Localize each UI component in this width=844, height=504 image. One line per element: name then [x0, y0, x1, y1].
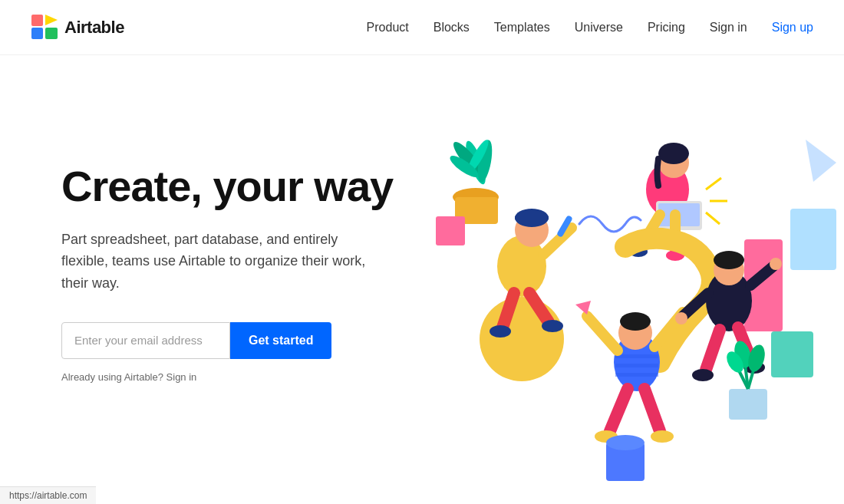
- svg-marker-8: [806, 140, 836, 182]
- svg-point-72: [606, 435, 645, 450]
- svg-point-62: [692, 369, 714, 381]
- nav-signup[interactable]: Sign up: [772, 21, 813, 35]
- svg-point-51: [651, 430, 674, 443]
- nav-product[interactable]: Product: [367, 21, 409, 35]
- svg-point-27: [542, 320, 563, 332]
- signin-prompt: Already using Airtable? Sign in: [61, 371, 414, 383]
- nav-pricing[interactable]: Pricing: [648, 21, 685, 35]
- illustration-svg: [353, 40, 844, 504]
- nav-universe[interactable]: Universe: [575, 21, 623, 35]
- hero-title: Create, your way: [61, 163, 414, 210]
- logo-text: Airtable: [64, 18, 124, 38]
- svg-rect-21: [515, 215, 549, 221]
- logo-icon: [31, 14, 58, 41]
- svg-rect-41: [615, 354, 658, 358]
- logo[interactable]: Airtable: [31, 14, 124, 41]
- svg-line-48: [610, 389, 628, 431]
- svg-point-30: [658, 143, 689, 164]
- svg-line-37: [706, 178, 721, 189]
- svg-rect-1: [31, 28, 43, 39]
- svg-point-45: [620, 312, 651, 331]
- svg-rect-2: [31, 15, 43, 26]
- nav-links: Product Blocks Templates Universe Pricin…: [367, 21, 813, 35]
- get-started-button[interactable]: Get started: [230, 322, 331, 359]
- svg-line-39: [706, 212, 720, 224]
- svg-rect-42: [615, 364, 658, 367]
- status-bar: https://airtable.com: [0, 486, 96, 504]
- svg-rect-43: [615, 373, 658, 377]
- svg-line-46: [587, 316, 618, 351]
- svg-line-60: [706, 330, 720, 370]
- hero-subtitle: Part spreadsheet, part database, and ent…: [61, 229, 368, 295]
- svg-point-26: [490, 325, 511, 338]
- hero-section: Create, your way Part spreadsheet, part …: [0, 55, 844, 504]
- svg-point-17: [480, 297, 564, 381]
- nav-templates[interactable]: Templates: [494, 21, 550, 35]
- nav-signin[interactable]: Sign in: [710, 21, 747, 35]
- hero-content: Create, your way Part spreadsheet, part …: [61, 117, 414, 383]
- hero-illustration: [353, 40, 844, 504]
- svg-point-59: [770, 258, 782, 270]
- svg-marker-3: [45, 15, 58, 25]
- svg-rect-7: [771, 331, 813, 377]
- svg-rect-64: [729, 389, 767, 420]
- svg-rect-4: [45, 28, 58, 39]
- svg-rect-6: [790, 209, 836, 270]
- svg-rect-16: [436, 216, 465, 245]
- status-url: https://airtable.com: [9, 490, 87, 501]
- email-input[interactable]: [61, 322, 230, 359]
- svg-point-55: [714, 251, 744, 269]
- svg-line-49: [645, 389, 660, 431]
- email-form: Get started: [61, 322, 414, 359]
- nav-blocks[interactable]: Blocks: [434, 21, 470, 35]
- svg-point-58: [675, 312, 687, 324]
